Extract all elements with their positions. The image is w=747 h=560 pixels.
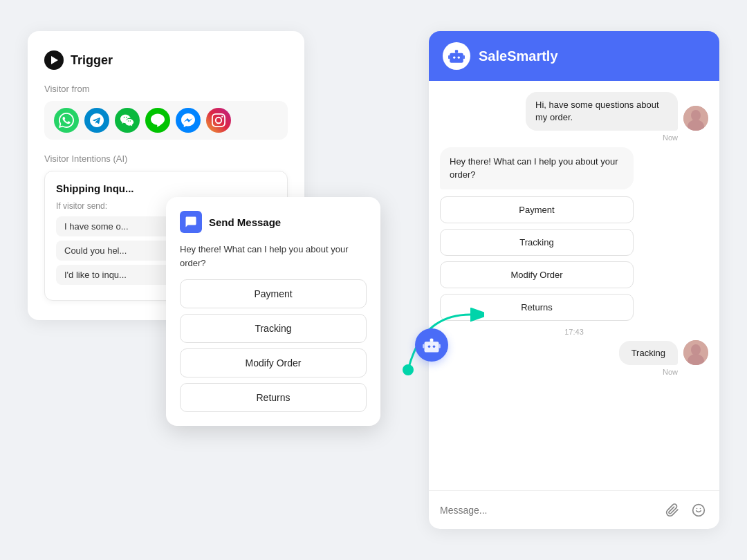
trigger-label: Trigger	[71, 53, 113, 68]
emoji-icon[interactable]	[689, 501, 708, 520]
svg-rect-6	[439, 344, 441, 348]
trigger-row: Trigger	[44, 50, 288, 70]
timestamp-3: Now	[440, 368, 708, 376]
social-icons-row	[44, 101, 288, 140]
svg-point-2	[433, 346, 436, 348]
svg-rect-12	[455, 50, 458, 53]
bot-icon-float	[415, 328, 448, 362]
trigger-icon	[44, 50, 64, 70]
chat-message-input[interactable]	[440, 505, 656, 516]
telegram-icon[interactable]	[84, 108, 109, 133]
popup-option-modify-order[interactable]: Modify Order	[180, 348, 367, 377]
user-avatar-1	[683, 106, 708, 131]
user-bubble-1: Hi, have some questions about my order.	[526, 92, 678, 131]
svg-point-11	[458, 57, 460, 59]
popup-option-tracking[interactable]: Tracking	[180, 314, 367, 343]
timestamp-2: 17:43	[440, 328, 708, 336]
svg-rect-13	[448, 55, 450, 59]
send-message-title: Send Message	[209, 216, 281, 228]
attach-icon[interactable]	[663, 501, 682, 520]
send-message-icon	[180, 211, 202, 233]
messenger-icon[interactable]	[176, 108, 201, 133]
visitor-from-label: Visitor from	[44, 84, 288, 94]
svg-rect-0	[425, 342, 439, 352]
svg-point-19	[691, 344, 701, 355]
svg-point-8	[403, 364, 414, 375]
popup-option-returns[interactable]: Returns	[180, 383, 367, 412]
svg-point-10	[453, 57, 455, 59]
svg-point-21	[693, 504, 705, 516]
chat-opt-returns[interactable]: Returns	[440, 294, 634, 321]
bot-message-1: Hey there! What can I help you about you…	[440, 147, 634, 189]
chat-opt-tracking[interactable]: Tracking	[440, 229, 634, 256]
visitor-intentions-label: Visitor Intentions (AI)	[44, 153, 288, 164]
send-message-header: Send Message	[180, 211, 367, 233]
svg-rect-5	[423, 344, 424, 348]
shipping-title: Shipping Inqu...	[56, 183, 276, 194]
main-container: Trigger Visitor from	[28, 31, 719, 529]
timestamp-1: Now	[440, 133, 708, 142]
bubble-tracking: Tracking	[619, 341, 678, 365]
user-message-1: Hi, have some questions about my order.	[440, 92, 708, 131]
chat-header-name: SaleSmartly	[479, 48, 558, 64]
chat-header: SaleSmartly	[429, 31, 719, 81]
svg-point-16	[691, 110, 701, 121]
send-message-body: Hey there! What can I help you about you…	[180, 243, 367, 270]
svg-rect-9	[450, 53, 463, 63]
send-message-popup: Send Message Hey there! What can I help …	[166, 197, 380, 426]
svg-rect-14	[463, 55, 465, 59]
instagram-icon[interactable]	[206, 108, 231, 133]
svg-point-1	[428, 346, 431, 348]
user-tracking-reply: Tracking	[440, 340, 708, 365]
chat-panel: SaleSmartly Hi, have some questions abou…	[429, 31, 719, 529]
chat-body: Hi, have some questions about my order. …	[429, 81, 719, 490]
popup-option-payment[interactable]: Payment	[180, 279, 367, 308]
line-icon[interactable]	[145, 108, 170, 133]
wechat-icon[interactable]	[115, 108, 140, 133]
chat-opt-modify-order[interactable]: Modify Order	[440, 261, 634, 288]
chat-footer	[429, 490, 719, 529]
chat-opt-payment[interactable]: Payment	[440, 196, 634, 223]
chat-options-group: Payment Tracking Modify Order Returns	[440, 196, 708, 321]
chat-header-avatar	[443, 42, 470, 70]
whatsapp-icon[interactable]	[54, 108, 79, 133]
user-avatar-2	[683, 340, 708, 365]
